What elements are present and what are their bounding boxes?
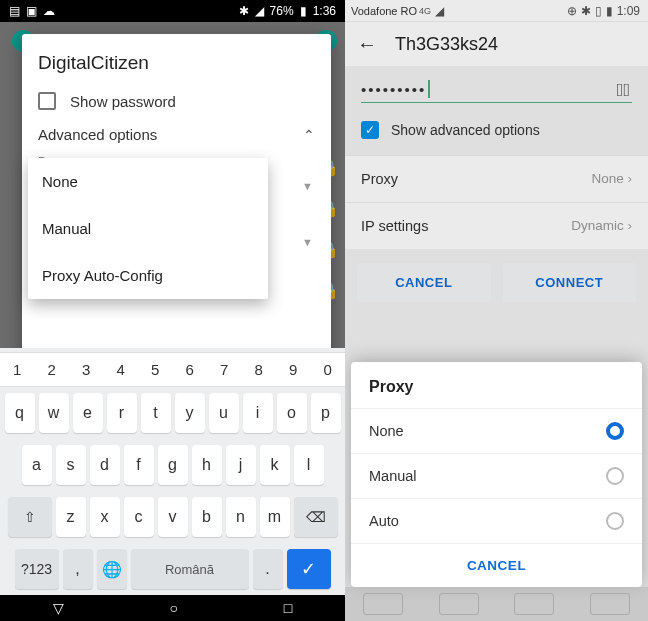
key-k[interactable]: k <box>260 445 290 485</box>
nav-bar[interactable]: ▽ ○ □ <box>0 595 345 621</box>
comma-key[interactable]: , <box>63 549 93 589</box>
key-d[interactable]: d <box>90 445 120 485</box>
key-o[interactable]: o <box>277 393 307 433</box>
dropdown-option-manual[interactable]: Manual <box>28 205 268 252</box>
radio-label: Manual <box>369 468 417 484</box>
number-row[interactable]: 1 2 3 4 5 6 7 8 9 0 <box>0 352 345 387</box>
checkbox-icon[interactable] <box>38 92 56 110</box>
period-key[interactable]: . <box>253 549 283 589</box>
nav-key[interactable] <box>439 593 479 615</box>
clock: 1:36 <box>313 4 336 18</box>
dropdown-option-pac[interactable]: Proxy Auto-Config <box>28 252 268 299</box>
battery-pct: 76% <box>270 4 294 18</box>
proxy-dropdown[interactable]: None Manual Proxy Auto-Config <box>28 158 268 299</box>
space-key[interactable]: Română <box>131 549 249 589</box>
key-s[interactable]: s <box>56 445 86 485</box>
nav-bar[interactable] <box>345 587 648 621</box>
key-v[interactable]: v <box>158 497 188 537</box>
key-f[interactable]: f <box>124 445 154 485</box>
key-c[interactable]: c <box>124 497 154 537</box>
home-nav-icon[interactable]: ○ <box>170 600 178 616</box>
signal-icon: ◢ <box>255 4 264 18</box>
bluetooth-icon: ✱ <box>239 4 249 18</box>
key-h[interactable]: h <box>192 445 222 485</box>
cloud-icon: ☁ <box>43 4 55 18</box>
advanced-options-row[interactable]: Advanced options ⌃ <box>38 126 315 143</box>
radio-label: Auto <box>369 513 399 529</box>
dropdown-caret-icon[interactable]: ▼ <box>302 236 313 248</box>
key-4[interactable]: 4 <box>104 353 139 386</box>
battery-icon: ▮ <box>300 4 307 18</box>
key-j[interactable]: j <box>226 445 256 485</box>
key-u[interactable]: u <box>209 393 239 433</box>
nav-key[interactable] <box>363 593 403 615</box>
key-r[interactable]: r <box>107 393 137 433</box>
dropdown-option-none[interactable]: None <box>28 158 268 205</box>
key-i[interactable]: i <box>243 393 273 433</box>
radio-manual[interactable]: Manual <box>351 453 642 498</box>
key-a[interactable]: a <box>22 445 52 485</box>
advanced-label: Advanced options <box>38 126 157 143</box>
key-5[interactable]: 5 <box>138 353 173 386</box>
radio-selected-icon[interactable] <box>606 422 624 440</box>
nav-key[interactable] <box>590 593 630 615</box>
key-7[interactable]: 7 <box>207 353 242 386</box>
key-p[interactable]: p <box>311 393 341 433</box>
key-w[interactable]: w <box>39 393 69 433</box>
key-l[interactable]: l <box>294 445 324 485</box>
proxy-sheet: Proxy None Manual Auto CANCEL <box>351 362 642 587</box>
status-bar-left: ▤ ▣ ☁ ✱ ◢ 76% ▮ 1:36 <box>0 0 345 22</box>
backspace-key[interactable]: ⌫ <box>294 497 338 537</box>
back-nav-icon[interactable]: ▽ <box>53 600 64 616</box>
key-g[interactable]: g <box>158 445 188 485</box>
key-e[interactable]: e <box>73 393 103 433</box>
recent-nav-icon[interactable]: □ <box>284 600 292 616</box>
radio-icon[interactable] <box>606 467 624 485</box>
symbols-key[interactable]: ?123 <box>15 549 59 589</box>
key-y[interactable]: y <box>175 393 205 433</box>
globe-key[interactable]: 🌐 <box>97 549 127 589</box>
radio-none[interactable]: None <box>351 408 642 453</box>
keyboard[interactable]: 1 2 3 4 5 6 7 8 9 0 q w e r t y u i o p … <box>0 348 345 595</box>
sheet-title: Proxy <box>351 362 642 408</box>
shift-key[interactable]: ⇧ <box>8 497 52 537</box>
radio-label: None <box>369 423 404 439</box>
key-n[interactable]: n <box>226 497 256 537</box>
dialog-title: DigitalCitizen <box>38 52 315 74</box>
show-password-label: Show password <box>70 93 176 110</box>
nav-key[interactable] <box>514 593 554 615</box>
key-q[interactable]: q <box>5 393 35 433</box>
key-3[interactable]: 3 <box>69 353 104 386</box>
key-x[interactable]: x <box>90 497 120 537</box>
show-password-row[interactable]: Show password <box>38 92 315 110</box>
key-2[interactable]: 2 <box>35 353 70 386</box>
key-0[interactable]: 0 <box>311 353 346 386</box>
dropdown-caret-icon[interactable]: ▼ <box>302 180 313 192</box>
radio-icon[interactable] <box>606 512 624 530</box>
enter-key[interactable]: ✓ <box>287 549 331 589</box>
key-z[interactable]: z <box>56 497 86 537</box>
sheet-cancel-button[interactable]: CANCEL <box>351 543 642 581</box>
notif-icon: ▤ <box>9 4 20 18</box>
key-1[interactable]: 1 <box>0 353 35 386</box>
key-t[interactable]: t <box>141 393 171 433</box>
chevron-up-icon: ⌃ <box>303 127 315 143</box>
key-m[interactable]: m <box>260 497 290 537</box>
key-9[interactable]: 9 <box>276 353 311 386</box>
key-b[interactable]: b <box>192 497 222 537</box>
key-8[interactable]: 8 <box>242 353 277 386</box>
key-6[interactable]: 6 <box>173 353 208 386</box>
image-icon: ▣ <box>26 4 37 18</box>
radio-auto[interactable]: Auto <box>351 498 642 543</box>
